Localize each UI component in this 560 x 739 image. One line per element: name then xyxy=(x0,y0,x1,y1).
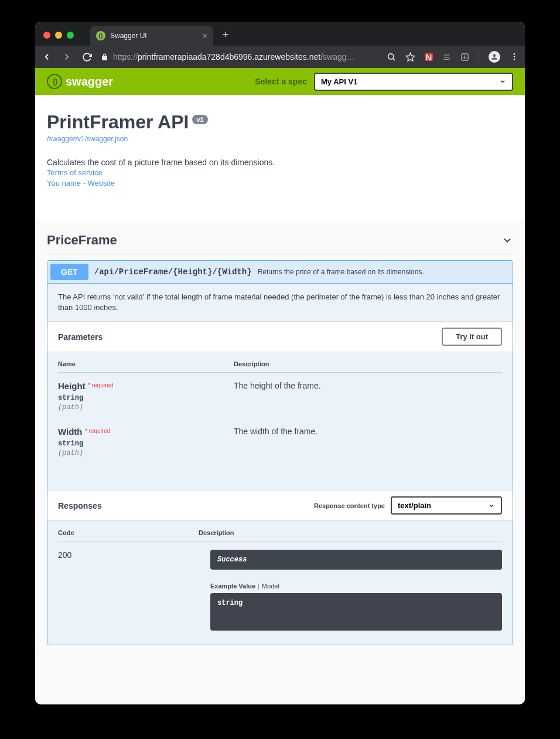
response-code: 200 xyxy=(58,550,71,560)
spec-select-label: Select a spec xyxy=(255,77,307,86)
content-type-select[interactable]: text/plain xyxy=(391,496,502,515)
window-minimize-button[interactable] xyxy=(55,32,62,39)
response-col-code: Code xyxy=(58,529,199,536)
window-maximize-button[interactable] xyxy=(67,32,74,39)
parameter-row: Height required string (path) The height… xyxy=(58,381,502,411)
tag-header[interactable]: PriceFrame xyxy=(47,233,513,254)
search-in-page-icon[interactable] xyxy=(387,52,396,62)
browser-titlebar: {} Swagger UI × + xyxy=(35,22,525,46)
browser-toolbar: https://printframerapiaada728d4b6996.azu… xyxy=(35,46,525,68)
extension-icon-2[interactable] xyxy=(442,53,451,62)
response-col-description: Description xyxy=(199,529,502,536)
info-section: PrintFramer API v1 /swagger/v1/swagger.j… xyxy=(35,95,525,221)
svg-point-0 xyxy=(388,54,394,59)
response-description-block: Success xyxy=(210,550,502,570)
forward-button[interactable] xyxy=(61,51,73,63)
spec-selected-value: My API V1 xyxy=(321,77,357,86)
response-row: 200 Success Example Value|Model string xyxy=(58,550,502,631)
url-text: https://printframerapiaada728d4b6996.azu… xyxy=(113,52,355,62)
param-description: The height of the frame. xyxy=(234,381,502,390)
svg-line-1 xyxy=(393,59,395,60)
content-type-value: text/plain xyxy=(398,501,431,510)
address-bar[interactable]: https://printframerapiaada728d4b6996.azu… xyxy=(101,52,378,62)
responses-header: Responses Response content type text/pla… xyxy=(47,490,513,521)
content-type-label: Response content type xyxy=(314,502,385,509)
param-type: string xyxy=(58,394,234,402)
extension-icon-3[interactable] xyxy=(460,53,469,62)
operation-summary-text: Returns the price of a frame based on it… xyxy=(258,268,424,276)
param-col-name: Name xyxy=(58,360,234,367)
svg-point-11 xyxy=(514,59,515,60)
operation-block: GET /api/PriceFrame/{Height}/{Width} Ret… xyxy=(47,260,513,645)
param-name: Width xyxy=(58,427,83,437)
svg-marker-2 xyxy=(406,53,414,60)
tag-name: PriceFrame xyxy=(47,233,117,248)
responses-title: Responses xyxy=(58,501,102,510)
back-button[interactable] xyxy=(41,51,53,63)
chevron-down-icon xyxy=(488,502,495,509)
model-tab[interactable]: Model xyxy=(262,583,279,590)
spec-json-link[interactable]: /swagger/v1/swagger.json xyxy=(47,135,128,143)
chevron-down-icon xyxy=(499,78,506,85)
swagger-header: { } swagger Select a spec My API V1 xyxy=(35,68,525,95)
required-badge: required xyxy=(88,382,113,389)
profile-avatar[interactable] xyxy=(489,51,500,63)
tab-favicon: {} xyxy=(96,31,105,40)
tab-title: Swagger UI xyxy=(110,32,198,40)
swagger-logo-text: swagger xyxy=(66,75,113,88)
contact-link[interactable]: You name - Website xyxy=(47,179,115,188)
param-description: The width of the frame. xyxy=(234,427,502,436)
http-method-badge: GET xyxy=(50,264,88,280)
api-description: Calculates the cost of a picture frame b… xyxy=(47,158,513,167)
parameter-row: Width required string (path) The width o… xyxy=(58,427,502,457)
chevron-down-icon xyxy=(501,234,513,246)
parameters-header: Parameters Try it out xyxy=(47,321,513,352)
parameters-title: Parameters xyxy=(58,332,103,342)
bookmark-star-icon[interactable] xyxy=(405,52,415,62)
param-in: (path) xyxy=(58,403,234,411)
new-tab-button[interactable]: + xyxy=(223,29,229,41)
operation-summary[interactable]: GET /api/PriceFrame/{Height}/{Width} Ret… xyxy=(47,261,513,283)
responses-table: Code Description 200 Success Example Val… xyxy=(47,521,513,645)
param-name: Height xyxy=(58,381,86,391)
svg-point-9 xyxy=(514,53,515,55)
kebab-menu-icon[interactable] xyxy=(510,52,519,62)
try-it-out-button[interactable]: Try it out xyxy=(442,328,502,346)
example-value-tab[interactable]: Example Value xyxy=(210,583,255,590)
tab-close-icon[interactable]: × xyxy=(203,31,207,40)
operation-path: /api/PriceFrame/{Height}/{Width} xyxy=(94,267,252,277)
browser-tab[interactable]: {} Swagger UI × xyxy=(90,26,213,46)
terms-link[interactable]: Terms of service xyxy=(47,168,103,177)
swagger-logo-icon: { } xyxy=(47,74,62,89)
extension-badge-icon[interactable]: N xyxy=(425,53,433,61)
window-close-button[interactable] xyxy=(43,32,50,39)
param-col-description: Description xyxy=(234,360,502,367)
operation-description: The API returns 'not valid' if the total… xyxy=(47,284,513,321)
lock-icon xyxy=(101,53,108,61)
required-badge: required xyxy=(85,428,110,434)
svg-point-10 xyxy=(514,56,515,58)
api-title: PrintFramer API v1 xyxy=(47,111,208,133)
toolbar-separator xyxy=(479,52,479,62)
spec-select[interactable]: My API V1 xyxy=(314,73,513,91)
version-badge: v1 xyxy=(192,115,207,124)
param-type: string xyxy=(58,440,234,448)
example-value-block: string xyxy=(210,593,502,631)
reload-button[interactable] xyxy=(81,51,93,63)
parameters-table: Name Description Height required string … xyxy=(47,352,513,490)
param-in: (path) xyxy=(58,449,234,457)
swagger-logo: { } swagger xyxy=(47,74,113,89)
